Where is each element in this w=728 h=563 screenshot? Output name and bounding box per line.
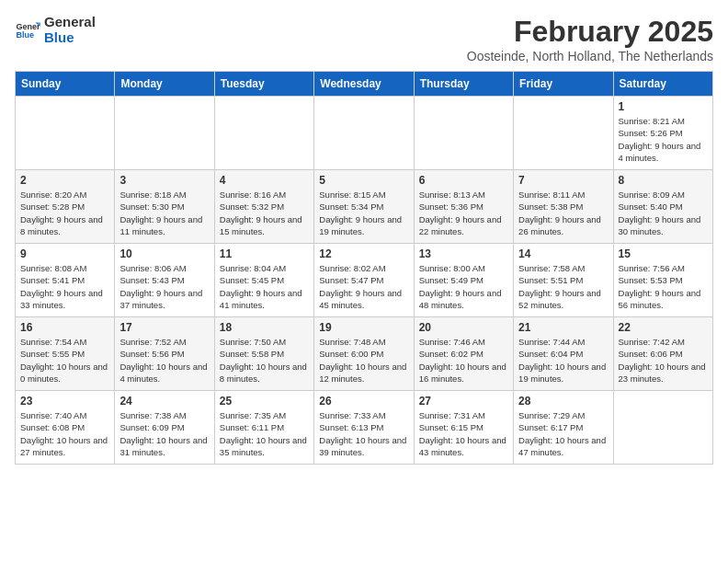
calendar-cell [414, 97, 513, 170]
calendar-cell: 17Sunrise: 7:52 AM Sunset: 5:56 PM Dayli… [115, 317, 214, 391]
day-info: Sunrise: 7:58 AM Sunset: 5:51 PM Dayligh… [518, 262, 608, 311]
day-number: 3 [119, 174, 209, 187]
calendar-cell: 23Sunrise: 7:40 AM Sunset: 6:08 PM Dayli… [16, 391, 115, 465]
day-info: Sunrise: 7:56 AM Sunset: 5:53 PM Dayligh… [619, 262, 708, 311]
calendar-cell: 1Sunrise: 8:21 AM Sunset: 5:26 PM Daylig… [613, 97, 712, 170]
day-number: 22 [619, 321, 708, 334]
page-header: General Blue General Blue February 2025 … [15, 15, 713, 63]
weekday-header-tuesday: Tuesday [214, 72, 313, 97]
weekday-header-thursday: Thursday [414, 72, 513, 97]
calendar-table: SundayMondayTuesdayWednesdayThursdayFrid… [15, 71, 713, 465]
calendar-week-row: 2Sunrise: 8:20 AM Sunset: 5:28 PM Daylig… [16, 170, 713, 244]
day-info: Sunrise: 8:16 AM Sunset: 5:32 PM Dayligh… [220, 189, 309, 237]
day-info: Sunrise: 7:35 AM Sunset: 6:11 PM Dayligh… [220, 409, 309, 458]
day-info: Sunrise: 7:50 AM Sunset: 5:58 PM Dayligh… [220, 336, 309, 385]
calendar-cell: 25Sunrise: 7:35 AM Sunset: 6:11 PM Dayli… [214, 391, 313, 465]
day-number: 2 [20, 174, 109, 187]
weekday-header-sunday: Sunday [16, 72, 115, 97]
day-number: 17 [119, 321, 209, 334]
calendar-cell [214, 97, 313, 170]
day-number: 25 [220, 395, 309, 408]
day-number: 27 [419, 395, 508, 408]
calendar-cell: 6Sunrise: 8:13 AM Sunset: 5:36 PM Daylig… [414, 170, 513, 244]
calendar-cell: 22Sunrise: 7:42 AM Sunset: 6:06 PM Dayli… [613, 317, 712, 391]
logo-general: General [44, 15, 96, 30]
calendar-cell: 28Sunrise: 7:29 AM Sunset: 6:17 PM Dayli… [514, 391, 613, 465]
day-number: 19 [319, 321, 408, 334]
weekday-header-wednesday: Wednesday [314, 72, 414, 97]
day-info: Sunrise: 7:29 AM Sunset: 6:17 PM Dayligh… [518, 409, 608, 458]
calendar-cell: 21Sunrise: 7:44 AM Sunset: 6:04 PM Dayli… [514, 317, 613, 391]
calendar-cell [514, 97, 613, 170]
day-info: Sunrise: 7:54 AM Sunset: 5:55 PM Dayligh… [20, 336, 109, 385]
day-info: Sunrise: 8:11 AM Sunset: 5:38 PM Dayligh… [518, 189, 608, 237]
day-info: Sunrise: 8:15 AM Sunset: 5:34 PM Dayligh… [319, 189, 408, 237]
day-info: Sunrise: 8:18 AM Sunset: 5:30 PM Dayligh… [119, 189, 209, 237]
logo: General Blue General Blue [15, 15, 96, 45]
day-info: Sunrise: 7:31 AM Sunset: 6:15 PM Dayligh… [419, 409, 508, 458]
calendar-cell: 16Sunrise: 7:54 AM Sunset: 5:55 PM Dayli… [16, 317, 115, 391]
weekday-header-saturday: Saturday [613, 72, 712, 97]
calendar-week-row: 1Sunrise: 8:21 AM Sunset: 5:26 PM Daylig… [16, 97, 713, 170]
calendar-cell: 26Sunrise: 7:33 AM Sunset: 6:13 PM Dayli… [314, 391, 414, 465]
calendar-cell: 13Sunrise: 8:00 AM Sunset: 5:49 PM Dayli… [414, 244, 513, 317]
day-info: Sunrise: 7:48 AM Sunset: 6:00 PM Dayligh… [319, 336, 408, 385]
day-info: Sunrise: 8:13 AM Sunset: 5:36 PM Dayligh… [419, 189, 508, 237]
calendar-cell: 4Sunrise: 8:16 AM Sunset: 5:32 PM Daylig… [214, 170, 313, 244]
weekday-header-friday: Friday [514, 72, 613, 97]
logo-icon: General Blue [15, 17, 40, 43]
calendar-cell: 24Sunrise: 7:38 AM Sunset: 6:09 PM Dayli… [115, 391, 214, 465]
day-number: 10 [119, 247, 209, 260]
calendar-cell: 18Sunrise: 7:50 AM Sunset: 5:58 PM Dayli… [214, 317, 313, 391]
day-number: 9 [20, 247, 109, 260]
day-number: 23 [20, 395, 109, 408]
calendar-week-row: 23Sunrise: 7:40 AM Sunset: 6:08 PM Dayli… [16, 391, 713, 465]
location-title: Oosteinde, North Holland, The Netherland… [467, 49, 713, 63]
calendar-cell: 14Sunrise: 7:58 AM Sunset: 5:51 PM Dayli… [514, 244, 613, 317]
day-number: 11 [220, 247, 309, 260]
calendar-week-row: 16Sunrise: 7:54 AM Sunset: 5:55 PM Dayli… [16, 317, 713, 391]
day-info: Sunrise: 7:33 AM Sunset: 6:13 PM Dayligh… [319, 409, 408, 458]
svg-text:Blue: Blue [16, 30, 34, 40]
calendar-cell: 10Sunrise: 8:06 AM Sunset: 5:43 PM Dayli… [115, 244, 214, 317]
calendar-header-row: SundayMondayTuesdayWednesdayThursdayFrid… [16, 72, 713, 97]
day-info: Sunrise: 8:09 AM Sunset: 5:40 PM Dayligh… [619, 189, 708, 237]
day-number: 7 [518, 174, 608, 187]
day-info: Sunrise: 7:52 AM Sunset: 5:56 PM Dayligh… [119, 336, 209, 385]
calendar-cell: 7Sunrise: 8:11 AM Sunset: 5:38 PM Daylig… [514, 170, 613, 244]
day-number: 13 [419, 247, 508, 260]
day-number: 8 [619, 174, 708, 187]
calendar-cell: 12Sunrise: 8:02 AM Sunset: 5:47 PM Dayli… [314, 244, 414, 317]
day-info: Sunrise: 8:02 AM Sunset: 5:47 PM Dayligh… [319, 262, 408, 311]
day-number: 12 [319, 247, 408, 260]
calendar-cell: 15Sunrise: 7:56 AM Sunset: 5:53 PM Dayli… [613, 244, 712, 317]
day-number: 28 [518, 395, 608, 408]
calendar-cell [115, 97, 214, 170]
day-info: Sunrise: 8:20 AM Sunset: 5:28 PM Dayligh… [20, 189, 109, 237]
calendar-cell [314, 97, 414, 170]
calendar-cell: 2Sunrise: 8:20 AM Sunset: 5:28 PM Daylig… [16, 170, 115, 244]
logo-blue: Blue [44, 30, 96, 46]
day-number: 1 [619, 100, 708, 113]
calendar-cell [613, 391, 712, 465]
day-info: Sunrise: 7:42 AM Sunset: 6:06 PM Dayligh… [619, 336, 708, 385]
calendar-cell: 3Sunrise: 8:18 AM Sunset: 5:30 PM Daylig… [115, 170, 214, 244]
day-info: Sunrise: 8:06 AM Sunset: 5:43 PM Dayligh… [119, 262, 209, 311]
day-number: 26 [319, 395, 408, 408]
calendar-cell: 9Sunrise: 8:08 AM Sunset: 5:41 PM Daylig… [16, 244, 115, 317]
calendar-cell: 19Sunrise: 7:48 AM Sunset: 6:00 PM Dayli… [314, 317, 414, 391]
calendar-cell: 8Sunrise: 8:09 AM Sunset: 5:40 PM Daylig… [613, 170, 712, 244]
calendar-week-row: 9Sunrise: 8:08 AM Sunset: 5:41 PM Daylig… [16, 244, 713, 317]
calendar-cell [16, 97, 115, 170]
month-title: February 2025 [467, 15, 713, 49]
day-number: 6 [419, 174, 508, 187]
day-info: Sunrise: 7:38 AM Sunset: 6:09 PM Dayligh… [119, 409, 209, 458]
calendar-cell: 11Sunrise: 8:04 AM Sunset: 5:45 PM Dayli… [214, 244, 313, 317]
day-info: Sunrise: 8:21 AM Sunset: 5:26 PM Dayligh… [619, 115, 708, 164]
title-area: February 2025 Oosteinde, North Holland, … [467, 15, 713, 63]
day-info: Sunrise: 8:08 AM Sunset: 5:41 PM Dayligh… [20, 262, 109, 311]
calendar-cell: 20Sunrise: 7:46 AM Sunset: 6:02 PM Dayli… [414, 317, 513, 391]
day-number: 20 [419, 321, 508, 334]
day-info: Sunrise: 7:46 AM Sunset: 6:02 PM Dayligh… [419, 336, 508, 385]
day-info: Sunrise: 7:40 AM Sunset: 6:08 PM Dayligh… [20, 409, 109, 458]
